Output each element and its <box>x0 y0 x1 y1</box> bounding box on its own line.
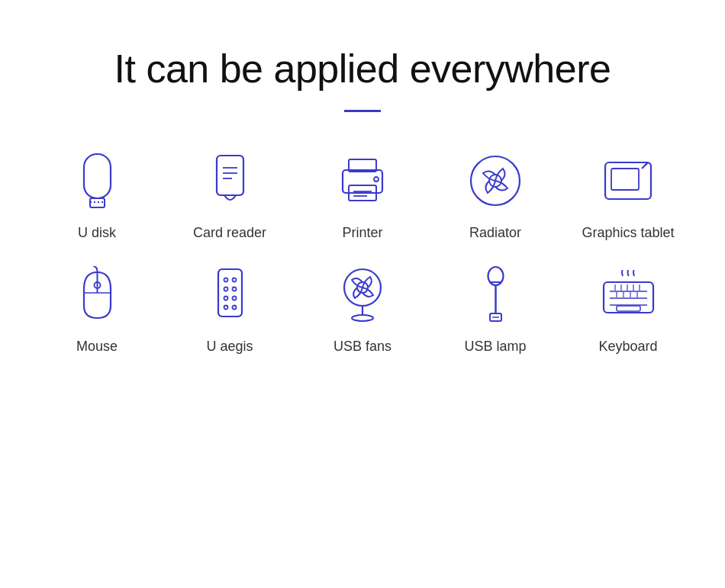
u-aegis-icon <box>199 264 260 325</box>
svg-point-29 <box>232 287 236 291</box>
item-usb-lamp: USB lamp <box>434 264 556 355</box>
item-mouse: Mouse <box>36 264 158 355</box>
item-keyboard: Keyboard <box>567 264 689 355</box>
item-usb-fans: USB fans <box>301 264 424 355</box>
printer-icon <box>332 150 393 211</box>
svg-point-30 <box>224 296 227 300</box>
radiator-icon <box>465 150 526 211</box>
svg-point-33 <box>232 305 236 309</box>
svg-point-28 <box>224 287 227 291</box>
svg-point-15 <box>374 177 379 182</box>
item-graphics-tablet: Graphics tablet <box>567 150 689 241</box>
usb-fans-icon <box>332 264 393 325</box>
page: It can be applied everywhere U disk <box>0 0 725 588</box>
graphics-tablet-label: Graphics tablet <box>582 225 674 241</box>
svg-rect-56 <box>617 306 640 311</box>
card-reader-icon <box>199 150 260 211</box>
u-disk-label: U disk <box>78 225 116 241</box>
usb-lamp-label: USB lamp <box>464 339 526 355</box>
u-disk-icon <box>66 150 127 211</box>
svg-rect-43 <box>604 282 653 313</box>
item-u-aegis: U aegis <box>169 264 291 355</box>
svg-rect-25 <box>218 269 242 316</box>
graphics-tablet-icon <box>598 150 659 211</box>
mouse-icon <box>66 264 127 325</box>
printer-label: Printer <box>342 225 382 241</box>
grid-row-2: Mouse <box>31 264 694 355</box>
card-reader-label: Card reader <box>193 225 266 241</box>
svg-point-26 <box>224 278 227 281</box>
mouse-label: Mouse <box>76 339 118 355</box>
svg-point-27 <box>232 278 236 281</box>
items-grid: U disk Card reader <box>31 150 694 355</box>
item-u-disk: U disk <box>36 150 158 241</box>
keyboard-label: Keyboard <box>598 339 657 355</box>
title-divider <box>344 110 381 112</box>
u-aegis-label: U aegis <box>206 339 253 355</box>
item-printer: Printer <box>301 150 424 241</box>
svg-rect-19 <box>611 169 639 190</box>
keyboard-icon <box>598 264 659 325</box>
item-card-reader: Card reader <box>169 150 291 241</box>
svg-point-31 <box>232 296 236 300</box>
grid-row-1: U disk Card reader <box>31 150 694 241</box>
svg-point-32 <box>224 305 227 309</box>
svg-rect-0 <box>84 154 111 198</box>
svg-point-37 <box>352 315 373 321</box>
page-title: It can be applied everywhere <box>114 46 611 92</box>
usb-fans-label: USB fans <box>334 339 392 355</box>
item-radiator: Radiator <box>434 150 556 241</box>
usb-lamp-icon <box>465 264 526 325</box>
svg-rect-6 <box>217 156 243 195</box>
radiator-label: Radiator <box>469 225 521 241</box>
